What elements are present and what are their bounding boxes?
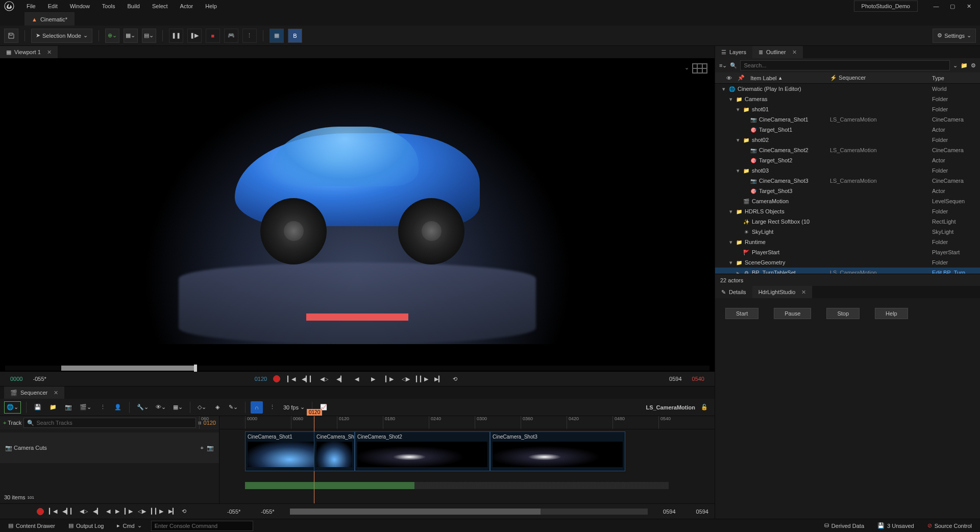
step-back-key-icon[interactable]: ◀▎▎	[62, 508, 75, 515]
hdr-pause-button[interactable]: Pause	[774, 308, 811, 319]
outliner-row[interactable]: ☀SkyLightSkyLight	[715, 227, 980, 237]
play-icon[interactable]: ▶	[115, 508, 119, 515]
frame-end[interactable]: 0540	[692, 376, 704, 382]
play-rev-icon[interactable]: ◀	[106, 508, 110, 515]
key-dropdown[interactable]: ◇⌄	[195, 401, 208, 414]
settings-button[interactable]: ⚙ Settings ⌄	[933, 29, 976, 43]
outliner-row[interactable]: ▾🌐Cinematic (Play In Editor)World	[715, 84, 980, 94]
add-content-button[interactable]: ⊕⌄	[105, 29, 119, 43]
outliner-row[interactable]: ▸⚙BP_TurnTableSetLS_CameraMotionEdit BP_…	[715, 268, 980, 274]
expand-arrow-icon[interactable]: ▾	[728, 239, 733, 246]
unreal-logo-icon[interactable]	[3, 0, 15, 12]
go-to-start-icon[interactable]: ▎◀	[286, 374, 297, 384]
range-out[interactable]: 0594	[663, 509, 675, 515]
outliner-row[interactable]: 🚩PlayerStartPlayerStart	[715, 247, 980, 257]
close-tab-icon[interactable]: ✕	[801, 289, 806, 296]
tab-hdrlightstudio[interactable]: HdrLightStudio✕	[752, 286, 813, 298]
lock-icon[interactable]: 🔓	[698, 401, 710, 414]
fps-dropdown[interactable]: 30 fps ⌄	[281, 401, 307, 414]
derived-data-button[interactable]: ⛁Derived Data	[820, 521, 868, 530]
go-start-icon[interactable]: ▎◀	[49, 508, 57, 515]
viewport-options-icon[interactable]: ⌄	[684, 64, 689, 71]
step-fwd-key-icon[interactable]: ▎▎▶	[151, 508, 163, 515]
platforms-button[interactable]: ▦	[270, 29, 284, 43]
stop-button[interactable]: ■	[206, 29, 220, 43]
folder-add-icon[interactable]: 📁	[961, 62, 968, 69]
step-fwd-icon[interactable]: ◁▶	[401, 374, 411, 384]
visibility-header-icon[interactable]: 👁	[726, 75, 732, 81]
record-button[interactable]	[37, 508, 44, 515]
search-tracks-input[interactable]: 🔍 Search Tracks	[23, 418, 196, 428]
outliner-row[interactable]: 🎯Target_Shot2Actor	[715, 155, 980, 165]
save-seq-button[interactable]: 💾	[32, 401, 44, 414]
play-reverse-icon[interactable]: ◀	[352, 374, 362, 384]
outliner-row[interactable]: 🎯Target_Shot1Actor	[715, 125, 980, 135]
range-bar[interactable]	[245, 482, 669, 489]
menu-help[interactable]: Help	[199, 1, 223, 11]
go-end-icon[interactable]: ▶▎	[168, 508, 177, 515]
filter-icon[interactable]: ≡⌄	[719, 62, 727, 69]
world-dropdown[interactable]: 🌐⌄	[4, 401, 21, 414]
outliner-row[interactable]: ▾📁shot03Folder	[715, 165, 980, 176]
tab-viewport[interactable]: ▦ Viewport 1 ✕	[0, 46, 58, 58]
content-drawer-button[interactable]: ▤Content Drawer	[4, 521, 59, 530]
outliner-row[interactable]: 📷CineCamera_Shot1LS_CameraMotionCineCame…	[715, 114, 980, 125]
expand-arrow-icon[interactable]: ▾	[736, 137, 741, 143]
outliner-row[interactable]: ▾📁RuntimeFolder	[715, 237, 980, 247]
viewport-layout-icon[interactable]	[692, 63, 707, 74]
play-icon[interactable]: ▶	[368, 374, 378, 384]
frame-in[interactable]: -055*	[33, 376, 46, 382]
director-button[interactable]: 👤	[112, 401, 124, 414]
lock-camera-icon[interactable]: 📷	[207, 445, 214, 451]
outliner-row[interactable]: ▾📁shot02Folder	[715, 135, 980, 145]
outliner-row[interactable]: 📷CineCamera_Shot2LS_CameraMotionCineCame…	[715, 145, 980, 155]
save-button[interactable]	[4, 29, 18, 43]
clip[interactable]: CineCamera_Shot3	[490, 431, 625, 471]
step-back-icon[interactable]: ◀▷	[80, 508, 88, 515]
source-control-button[interactable]: ⊘Source Control	[923, 521, 976, 530]
tab-details[interactable]: ✎Details	[715, 286, 752, 298]
actions-button[interactable]: ⋮	[96, 401, 109, 414]
console-input[interactable]	[151, 521, 253, 531]
hdr-stop-button[interactable]: Stop	[826, 308, 860, 319]
play-options-button[interactable]: ⋮	[242, 29, 257, 43]
current-frame[interactable]: 0120	[255, 376, 267, 382]
view-dropdown[interactable]: 👁⌄	[154, 401, 168, 414]
cmd-dropdown[interactable]: ▸Cmd ⌄	[113, 521, 145, 530]
expand-arrow-icon[interactable]: ▾	[721, 86, 726, 92]
gear-icon[interactable]: ⚙	[971, 62, 976, 69]
loop-icon[interactable]: ⟲	[182, 508, 186, 515]
close-tab-icon[interactable]: ✕	[54, 390, 58, 396]
find-in-content-button[interactable]: 📁	[47, 401, 59, 414]
frame-start[interactable]: 0000	[10, 376, 22, 382]
menu-build[interactable]: Build	[121, 1, 146, 11]
outliner-row[interactable]: ▾📁HDRLS ObjectsFolder	[715, 206, 980, 216]
step-fwd-key-icon[interactable]: ▎▎▶	[417, 374, 427, 384]
window-minimize-icon[interactable]: —	[930, 0, 942, 12]
tab-cinematic[interactable]: ▲ Cinematic*	[24, 12, 75, 26]
loop-icon[interactable]: ⟲	[450, 374, 460, 384]
frame-fwd-icon[interactable]: ▎▶	[125, 508, 133, 515]
tab-outliner[interactable]: ≣Outliner✕	[752, 46, 803, 58]
range-scrollbar[interactable]	[290, 509, 648, 515]
range-out2[interactable]: 0594	[696, 509, 708, 515]
skip-frame-button[interactable]: ❚▶	[187, 29, 202, 43]
output-log-button[interactable]: ▤Output Log	[64, 521, 108, 530]
add-track-button[interactable]: + Track	[3, 420, 21, 426]
sequencer-ruler[interactable]: 0600000006001200180024003000360042004800…	[219, 416, 715, 429]
tab-sequencer[interactable]: 🎬 Sequencer ✕	[4, 386, 64, 399]
expand-arrow-icon[interactable]: ▾	[736, 106, 741, 113]
eject-button[interactable]: 🎮	[224, 29, 238, 43]
range-in2[interactable]: -055*	[261, 509, 274, 515]
tab-layers[interactable]: ☰Layers	[715, 46, 752, 58]
outliner-search-input[interactable]	[740, 60, 950, 70]
close-tab-icon[interactable]: ✕	[792, 49, 797, 56]
menu-edit[interactable]: Edit	[42, 1, 64, 11]
record-button[interactable]	[273, 375, 280, 382]
pin-header-icon[interactable]: 📌	[738, 75, 745, 81]
blueprint-button[interactable]: B	[288, 29, 302, 43]
outliner-row[interactable]: 📷CineCamera_Shot3LS_CameraMotionCineCame…	[715, 176, 980, 186]
menu-select[interactable]: Select	[146, 1, 174, 11]
window-maximize-icon[interactable]: ▢	[946, 0, 959, 12]
render-button[interactable]: 🎬⌄	[78, 401, 93, 414]
